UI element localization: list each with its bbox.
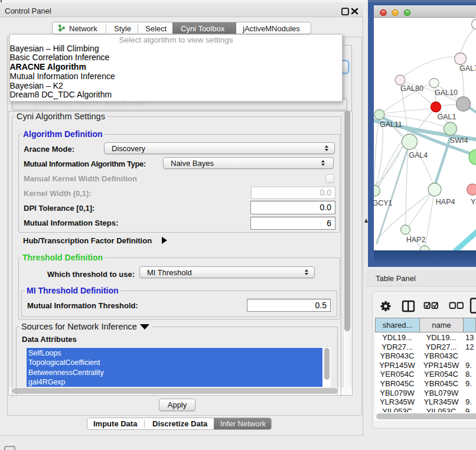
svg-text:GAL4: GAL4 (409, 151, 428, 159)
svg-text:Y: Y (471, 198, 476, 206)
svg-text:GAL7: GAL7 (459, 64, 476, 73)
svg-text:GAL1: GAL1 (438, 113, 457, 121)
svg-text:GAL11: GAL11 (380, 120, 402, 129)
svg-text:GCY1: GCY1 (374, 199, 393, 207)
svg-text:GAL10: GAL10 (435, 89, 458, 97)
svg-text:HAP4: HAP4 (436, 198, 455, 206)
svg-text:SWI4: SWI4 (450, 136, 468, 145)
svg-text:HAP2: HAP2 (406, 236, 426, 244)
svg-text:GAL80: GAL80 (400, 84, 423, 93)
